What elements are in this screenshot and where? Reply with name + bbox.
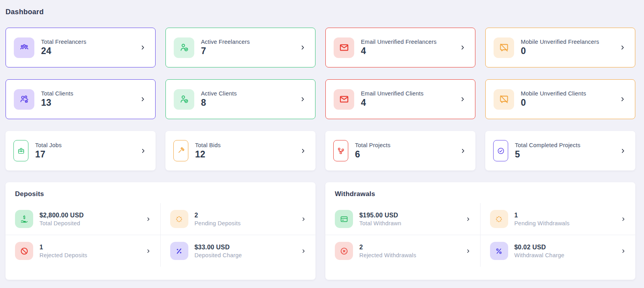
- panel-withdrawals: Withdrawals $195.00 USD Total Withdrawn …: [325, 182, 635, 280]
- chevron-right-icon[interactable]: [466, 217, 471, 222]
- stat-card-value: 24: [41, 46, 86, 56]
- sitemap-icon: [333, 140, 348, 161]
- chevron-right-icon[interactable]: [460, 148, 466, 154]
- panel-item-value: 2: [195, 212, 241, 219]
- summary-card-total-projects[interactable]: Total Projects 6: [325, 131, 475, 170]
- panel-item-grid: $2,800.00 USD Total Deposited 2 Pending …: [6, 203, 315, 267]
- stat-card-label: Email Unverified Freelancers: [361, 39, 437, 45]
- summary-card-label: Total Projects: [355, 142, 391, 148]
- chevron-right-icon[interactable]: [301, 249, 306, 254]
- ban-icon: [15, 242, 33, 260]
- stat-card-mobile-unverified-freelancers[interactable]: Mobile Unverified Freelancers 0: [485, 28, 635, 67]
- check-circle-icon: [493, 140, 508, 161]
- circle-x-icon: [335, 242, 353, 260]
- panel-title-deposits: Deposits: [15, 190, 306, 198]
- summary-card-total-bids[interactable]: Total Bids 12: [165, 131, 315, 170]
- users-group-icon: [14, 37, 34, 58]
- panel-item-total-withdrawn[interactable]: $195.00 USD Total Withdrawn: [325, 203, 481, 235]
- chevron-right-icon[interactable]: [620, 45, 625, 50]
- stat-card-total-freelancers[interactable]: Total Freelancers 24: [6, 28, 156, 67]
- chevron-right-icon[interactable]: [460, 96, 466, 102]
- dashboard-page: Dashboard Total Freelancers 24 Active Fr…: [0, 0, 644, 288]
- chevron-right-icon[interactable]: [301, 217, 306, 222]
- credit-card-icon: [335, 210, 353, 228]
- panel-title-withdrawals: Withdrawals: [335, 190, 626, 198]
- user-check-icon: [174, 37, 194, 58]
- panel-item-grid: $195.00 USD Total Withdrawn 1 Pending Wi…: [325, 203, 635, 267]
- stat-card-active-freelancers[interactable]: Active Freelancers 7: [165, 28, 315, 67]
- finance-panels: Deposits $2,800.00 USD Total Deposited 2…: [6, 182, 635, 280]
- panel-item-label: Rejected Withdrawals: [359, 252, 416, 258]
- panel-item-label: Pending Deposits: [195, 220, 241, 226]
- panel-item-label: Total Withdrawn: [359, 220, 401, 226]
- hand-dollar-icon: [15, 210, 33, 228]
- stat-card-label: Total Clients: [41, 90, 73, 97]
- percent-icon: [490, 242, 508, 260]
- panel-item-deposited-charge[interactable]: $33.00 USD Deposited Charge: [161, 235, 316, 267]
- panel-item-total-deposited[interactable]: $2,800.00 USD Total Deposited: [6, 203, 161, 235]
- summary-card-grid: Total Jobs 17 Total Bids 12 Total Projec…: [6, 131, 635, 170]
- stat-card-active-clients[interactable]: Active Clients 8: [165, 79, 315, 119]
- stat-card-value: 4: [361, 46, 437, 56]
- page-title: Dashboard: [6, 8, 635, 16]
- message-slash-icon: [494, 89, 514, 110]
- gavel-icon: [173, 140, 188, 161]
- panel-item-label: Total Deposited: [39, 220, 84, 226]
- panel-item-value: $0.02 USD: [514, 244, 565, 251]
- chevron-right-icon[interactable]: [620, 148, 626, 154]
- summary-card-value: 17: [35, 149, 62, 160]
- panel-item-value: 1: [514, 212, 570, 219]
- users-gear-icon: [14, 89, 34, 110]
- chevron-right-icon[interactable]: [140, 45, 146, 50]
- chevron-right-icon[interactable]: [466, 249, 471, 254]
- message-slash-icon: [494, 37, 514, 58]
- panel-item-label: Withdrawal Charge: [514, 252, 565, 258]
- stat-card-value: 8: [201, 97, 237, 108]
- summary-card-total-completed-projects[interactable]: Total Completed Projects 5: [485, 131, 635, 170]
- chevron-right-icon[interactable]: [300, 148, 306, 154]
- stat-card-value: 13: [41, 97, 73, 108]
- stat-card-label: Active Clients: [201, 90, 237, 97]
- panel-item-pending-withdrawals[interactable]: 1 Pending Withdrawals: [481, 203, 636, 235]
- stat-card-grid: Total Freelancers 24 Active Freelancers …: [6, 28, 635, 119]
- summary-card-label: Total Jobs: [35, 142, 62, 148]
- panel-item-rejected-withdrawals[interactable]: 2 Rejected Withdrawals: [325, 235, 481, 267]
- stat-card-value: 0: [521, 97, 586, 108]
- stat-card-value: 0: [521, 46, 599, 56]
- panel-deposits: Deposits $2,800.00 USD Total Deposited 2…: [6, 182, 315, 280]
- stat-card-value: 4: [361, 97, 424, 108]
- panel-item-value: $33.00 USD: [195, 244, 242, 251]
- stat-card-total-clients[interactable]: Total Clients 13: [6, 79, 156, 119]
- stat-card-email-unverified-clients[interactable]: Email Unverified Clients 4: [325, 79, 475, 119]
- summary-card-value: 5: [515, 149, 580, 160]
- chevron-right-icon[interactable]: [146, 217, 151, 222]
- chevron-right-icon[interactable]: [300, 96, 306, 102]
- stat-card-label: Email Unverified Clients: [361, 90, 424, 97]
- chevron-right-icon[interactable]: [140, 96, 146, 102]
- panel-item-label: Deposited Charge: [195, 252, 242, 258]
- spinner-icon: [170, 210, 188, 228]
- mail-icon: [334, 89, 354, 110]
- summary-card-total-jobs[interactable]: Total Jobs 17: [6, 131, 156, 170]
- panel-item-pending-deposits[interactable]: 2 Pending Deposits: [161, 203, 316, 235]
- chevron-right-icon[interactable]: [621, 249, 626, 254]
- briefcase-icon: [13, 140, 28, 161]
- stat-card-mobile-unverified-clients[interactable]: Mobile Unverified Clients 0: [485, 79, 635, 119]
- panel-item-withdrawal-charge[interactable]: $0.02 USD Withdrawal Charge: [481, 235, 636, 267]
- panel-item-rejected-deposits[interactable]: 1 Rejected Deposits: [6, 235, 161, 267]
- stat-card-label: Active Freelancers: [201, 39, 250, 45]
- chevron-right-icon[interactable]: [140, 148, 146, 154]
- chevron-right-icon[interactable]: [146, 249, 151, 254]
- stat-card-label: Total Freelancers: [41, 39, 86, 45]
- stat-card-email-unverified-freelancers[interactable]: Email Unverified Freelancers 4: [325, 28, 475, 67]
- stat-card-label: Mobile Unverified Freelancers: [521, 39, 599, 45]
- chevron-right-icon[interactable]: [460, 45, 466, 50]
- stat-card-value: 7: [201, 46, 250, 56]
- chevron-right-icon[interactable]: [621, 217, 626, 222]
- summary-card-value: 6: [355, 149, 391, 160]
- panel-item-value: 2: [359, 244, 416, 251]
- chevron-right-icon[interactable]: [300, 45, 306, 50]
- percent-dots-icon: [170, 242, 188, 260]
- panel-item-label: Pending Withdrawals: [514, 220, 570, 226]
- chevron-right-icon[interactable]: [620, 96, 625, 102]
